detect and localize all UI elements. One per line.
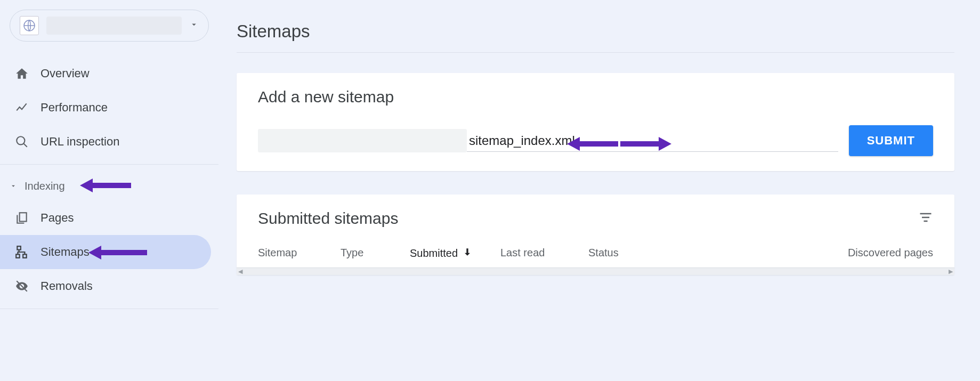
horizontal-scrollbar[interactable]: ◀ ▶ xyxy=(237,267,954,275)
annotation-arrow-icon xyxy=(80,176,131,194)
col-status[interactable]: Status xyxy=(588,247,687,260)
card-heading: Submitted sitemaps xyxy=(258,209,398,228)
sidebar-section-label: Indexing xyxy=(25,180,65,192)
col-discovered-pages[interactable]: Discovered pages xyxy=(687,247,933,260)
property-name-placeholder xyxy=(46,17,182,35)
sidebar-item-label: URL inspection xyxy=(41,135,119,149)
svg-rect-3 xyxy=(17,246,21,250)
scroll-right-icon: ▶ xyxy=(949,268,953,275)
col-sitemap[interactable]: Sitemap xyxy=(258,247,341,260)
table-header: Sitemap Type Submitted Last read Status … xyxy=(258,247,933,267)
sidebar-section-indexing[interactable]: Indexing xyxy=(0,171,218,201)
svg-rect-5 xyxy=(23,254,26,258)
sidebar-item-sitemaps[interactable]: Sitemaps xyxy=(0,235,211,269)
svg-rect-4 xyxy=(16,254,20,258)
add-sitemap-card: Add a new sitemap SUBMIT xyxy=(237,73,954,171)
domain-prefix-box xyxy=(258,129,467,152)
sidebar: Overview Performance URL inspection Inde… xyxy=(0,0,218,381)
search-icon xyxy=(15,135,41,149)
sidebar-item-performance[interactable]: Performance xyxy=(0,91,218,125)
trend-icon xyxy=(15,101,41,115)
add-sitemap-row: SUBMIT xyxy=(258,125,933,156)
annotation-arrow-icon xyxy=(88,244,147,262)
main-content: Sitemaps Add a new sitemap SUBMIT Submit… xyxy=(218,0,980,381)
pages-icon xyxy=(15,211,41,225)
sidebar-item-pages[interactable]: Pages xyxy=(0,201,218,235)
sitemap-url-input[interactable] xyxy=(467,130,838,152)
globe-icon xyxy=(20,16,39,35)
sort-desc-icon xyxy=(462,247,473,260)
col-type[interactable]: Type xyxy=(341,247,410,260)
divider xyxy=(0,309,218,309)
divider xyxy=(237,52,954,53)
col-submitted[interactable]: Submitted xyxy=(410,247,500,260)
sitemap-icon xyxy=(15,245,41,259)
submitted-sitemaps-card: Submitted sitemaps Sitemap Type Submitte… xyxy=(237,194,954,275)
page-title: Sitemaps xyxy=(237,21,954,42)
chevron-down-icon xyxy=(189,20,199,31)
svg-point-1 xyxy=(17,136,25,144)
sidebar-item-label: Removals xyxy=(41,279,93,293)
scroll-left-icon: ◀ xyxy=(238,268,242,275)
divider xyxy=(0,164,218,165)
sidebar-item-overview[interactable]: Overview xyxy=(0,56,218,91)
submit-button[interactable]: SUBMIT xyxy=(849,125,933,156)
sidebar-item-label: Pages xyxy=(41,211,74,225)
card-heading: Add a new sitemap xyxy=(258,88,933,106)
svg-rect-2 xyxy=(20,213,27,221)
sidebar-item-url-inspection[interactable]: URL inspection xyxy=(0,125,218,159)
property-selector[interactable] xyxy=(10,10,209,42)
sidebar-item-label: Overview xyxy=(41,67,90,80)
col-last-read[interactable]: Last read xyxy=(500,247,588,260)
sidebar-item-label: Sitemaps xyxy=(41,245,90,259)
home-icon xyxy=(15,67,41,80)
filter-icon[interactable] xyxy=(918,210,933,227)
col-submitted-label: Submitted xyxy=(410,247,458,260)
triangle-down-icon xyxy=(10,182,25,190)
sidebar-item-removals[interactable]: Removals xyxy=(0,269,218,303)
sidebar-item-label: Performance xyxy=(41,101,108,115)
visibility-off-icon xyxy=(15,279,41,293)
